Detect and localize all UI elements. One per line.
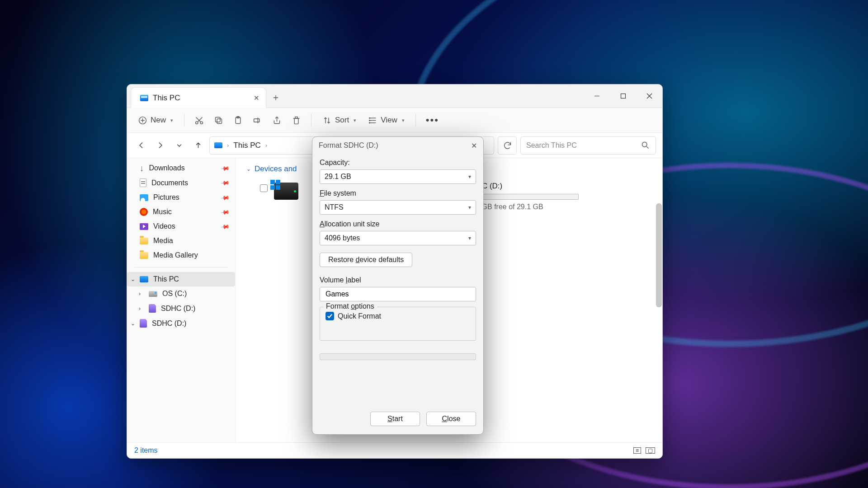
pin-icon: 📌 xyxy=(220,163,230,173)
capacity-label: Capacity: xyxy=(320,159,476,167)
sidebar-item-os-c[interactable]: ›OS (C:) xyxy=(127,286,235,301)
view-mode-toggle: ≡ ▢ xyxy=(633,447,655,454)
up-button[interactable] xyxy=(190,138,206,153)
svg-rect-1 xyxy=(621,94,625,99)
breadcrumb[interactable]: This PC xyxy=(233,141,260,150)
tiles-view-button[interactable]: ▢ xyxy=(646,447,655,454)
start-button[interactable]: Start xyxy=(370,412,420,426)
sidebar-item-this-pc[interactable]: ⌄This PC xyxy=(127,272,235,286)
close-tab-button[interactable]: ✕ xyxy=(254,94,259,102)
format-options-legend: Format options xyxy=(324,302,377,310)
sidebar-item-music[interactable]: Music📌 xyxy=(127,205,235,219)
filesystem-select[interactable]: NTFS▾ xyxy=(320,200,476,215)
cut-button[interactable] xyxy=(191,113,208,128)
monitor-icon xyxy=(214,142,222,148)
refresh-button[interactable] xyxy=(498,136,517,155)
share-icon xyxy=(272,116,282,125)
svg-point-23 xyxy=(642,142,647,147)
new-tab-button[interactable]: ＋ xyxy=(266,87,285,108)
share-button[interactable] xyxy=(269,113,285,128)
new-button[interactable]: New▾ xyxy=(133,113,178,128)
copy-icon xyxy=(214,116,223,125)
capacity-select[interactable]: 29.1 GB▾ xyxy=(320,169,476,184)
pin-icon: 📌 xyxy=(220,221,230,231)
search-icon xyxy=(641,141,650,150)
chevron-down-icon: ⌄ xyxy=(246,166,251,172)
svg-rect-11 xyxy=(217,119,222,124)
volume-label-label: Volume label xyxy=(320,276,476,284)
trash-icon xyxy=(292,116,301,125)
details-view-button[interactable]: ≡ xyxy=(633,447,641,454)
view-button[interactable]: View▾ xyxy=(363,113,409,128)
chevron-right-icon: › xyxy=(227,142,229,149)
close-window-button[interactable] xyxy=(636,84,662,108)
item-count: 2 items xyxy=(134,446,158,455)
folder-icon xyxy=(140,238,148,244)
tab-this-pc[interactable]: This PC ✕ xyxy=(131,87,266,108)
volume-label-input[interactable] xyxy=(320,287,476,301)
window-controls xyxy=(584,84,662,108)
download-icon: ↓ xyxy=(140,165,144,172)
clipboard-icon xyxy=(233,116,243,125)
sort-button[interactable]: Sort▾ xyxy=(318,113,361,128)
allocation-select[interactable]: 4096 bytes▾ xyxy=(320,231,476,245)
scissors-icon xyxy=(194,116,204,125)
search-input[interactable]: Search This PC xyxy=(520,136,656,155)
sidebar-item-videos[interactable]: Videos📌 xyxy=(127,219,235,234)
progress-bar xyxy=(320,353,476,360)
pin-icon: 📌 xyxy=(220,207,230,217)
sidebar-item-documents[interactable]: Documents📌 xyxy=(127,175,235,190)
maximize-button[interactable] xyxy=(610,84,636,108)
minimize-button[interactable] xyxy=(584,84,610,108)
format-options-group: Format options Quick Format xyxy=(320,307,476,341)
chevron-down-icon: ▾ xyxy=(468,235,471,241)
sidebar-item-downloads[interactable]: ↓Downloads📌 xyxy=(127,161,235,175)
paste-button[interactable] xyxy=(230,113,246,128)
close-button[interactable]: Close xyxy=(426,412,476,426)
dialog-title: Format SDHC (D:) xyxy=(319,141,378,150)
more-button[interactable]: ••• xyxy=(422,112,443,129)
sidebar-item-pictures[interactable]: Pictures📌 xyxy=(127,190,235,205)
music-icon xyxy=(140,208,148,216)
windows-logo-icon xyxy=(270,180,280,190)
sidebar: ↓Downloads📌 Documents📌 Pictures📌 Music📌 … xyxy=(127,158,236,442)
scrollbar-thumb[interactable] xyxy=(656,203,662,307)
folder-icon xyxy=(140,252,148,259)
svg-rect-15 xyxy=(254,119,259,122)
back-button[interactable] xyxy=(133,138,149,153)
quick-format-checkbox[interactable]: Quick Format xyxy=(326,312,470,320)
checkbox[interactable] xyxy=(260,184,268,192)
refresh-icon xyxy=(503,141,512,150)
dialog-titlebar[interactable]: Format SDHC (D:) ✕ xyxy=(312,137,483,154)
ellipsis-icon: ••• xyxy=(426,114,439,126)
sidebar-item-media-gallery[interactable]: Media Gallery xyxy=(127,248,235,263)
pin-icon: 📌 xyxy=(220,192,230,202)
chevron-down-icon: ▾ xyxy=(468,204,471,211)
rename-icon xyxy=(253,116,262,125)
chevron-right-icon: › xyxy=(139,305,141,312)
format-dialog: Format SDHC (D:) ✕ Capacity: 29.1 GB▾ Fi… xyxy=(312,136,484,435)
filesystem-label: File system xyxy=(320,189,476,197)
pin-icon: 📌 xyxy=(220,178,230,188)
drive-os-c[interactable] xyxy=(260,182,298,211)
video-icon xyxy=(140,223,148,230)
chevron-down-icon: ▾ xyxy=(354,117,356,123)
plus-circle-icon xyxy=(138,116,147,125)
rename-button[interactable] xyxy=(249,113,266,128)
sidebar-item-sdhc-d[interactable]: ›SDHC (D:) xyxy=(127,301,235,316)
forward-button[interactable] xyxy=(152,138,168,153)
sidebar-item-sdhc-d-2[interactable]: ⌄SDHC (D:) xyxy=(127,316,235,331)
restore-defaults-button[interactable]: Restore device defaults xyxy=(320,253,412,267)
chevron-down-icon: ▾ xyxy=(170,117,173,123)
checkbox-checked-icon xyxy=(326,312,334,320)
document-icon xyxy=(140,178,146,187)
sidebar-item-media[interactable]: Media xyxy=(127,234,235,248)
close-dialog-button[interactable]: ✕ xyxy=(471,141,477,150)
delete-button[interactable] xyxy=(288,113,305,128)
titlebar: This PC ✕ ＋ xyxy=(127,84,662,108)
recent-button[interactable] xyxy=(171,138,187,153)
copy-button[interactable] xyxy=(210,113,227,128)
tab-title: This PC xyxy=(153,94,180,103)
chevron-down-icon: ⌄ xyxy=(131,276,135,282)
svg-rect-12 xyxy=(216,117,221,122)
